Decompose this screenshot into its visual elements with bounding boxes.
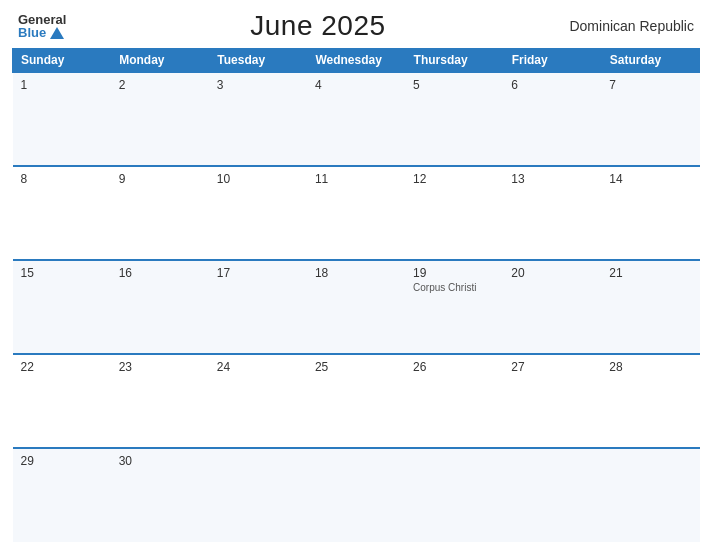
day-cell: 16 xyxy=(111,260,209,354)
week-row: 22232425262728 xyxy=(13,354,700,448)
day-cell xyxy=(503,448,601,542)
day-number: 18 xyxy=(315,266,397,280)
day-cell: 24 xyxy=(209,354,307,448)
calendar-table: SundayMondayTuesdayWednesdayThursdayFrid… xyxy=(12,48,700,542)
logo-blue-text: Blue xyxy=(18,26,66,39)
day-cell: 14 xyxy=(601,166,699,260)
day-number: 13 xyxy=(511,172,593,186)
day-cell: 25 xyxy=(307,354,405,448)
day-cell: 7 xyxy=(601,72,699,166)
week-row: 1234567 xyxy=(13,72,700,166)
day-cell: 1 xyxy=(13,72,111,166)
logo: General Blue xyxy=(18,13,66,39)
day-cell: 13 xyxy=(503,166,601,260)
day-number: 6 xyxy=(511,78,593,92)
day-number: 23 xyxy=(119,360,201,374)
week-row: 2930 xyxy=(13,448,700,542)
holiday-name: Corpus Christi xyxy=(413,282,495,293)
day-cell xyxy=(601,448,699,542)
day-header-tuesday: Tuesday xyxy=(209,49,307,73)
day-cell: 2 xyxy=(111,72,209,166)
day-cell: 23 xyxy=(111,354,209,448)
day-number: 11 xyxy=(315,172,397,186)
week-row: 891011121314 xyxy=(13,166,700,260)
day-number: 28 xyxy=(609,360,691,374)
country-label: Dominican Republic xyxy=(569,18,694,34)
days-header-row: SundayMondayTuesdayWednesdayThursdayFrid… xyxy=(13,49,700,73)
day-number: 9 xyxy=(119,172,201,186)
day-cell: 28 xyxy=(601,354,699,448)
day-header-thursday: Thursday xyxy=(405,49,503,73)
day-cell: 10 xyxy=(209,166,307,260)
day-number: 27 xyxy=(511,360,593,374)
page-header: General Blue June 2025 Dominican Republi… xyxy=(0,0,712,48)
day-number: 22 xyxy=(21,360,103,374)
day-cell: 22 xyxy=(13,354,111,448)
day-number: 26 xyxy=(413,360,495,374)
day-number: 16 xyxy=(119,266,201,280)
day-number: 17 xyxy=(217,266,299,280)
day-number: 4 xyxy=(315,78,397,92)
day-cell: 3 xyxy=(209,72,307,166)
day-header-saturday: Saturday xyxy=(601,49,699,73)
day-number: 7 xyxy=(609,78,691,92)
day-number: 14 xyxy=(609,172,691,186)
day-cell: 17 xyxy=(209,260,307,354)
calendar-title: June 2025 xyxy=(250,10,385,42)
day-number: 5 xyxy=(413,78,495,92)
day-cell: 9 xyxy=(111,166,209,260)
day-number: 2 xyxy=(119,78,201,92)
day-cell: 26 xyxy=(405,354,503,448)
day-cell: 4 xyxy=(307,72,405,166)
day-cell: 5 xyxy=(405,72,503,166)
day-number: 21 xyxy=(609,266,691,280)
day-number: 30 xyxy=(119,454,201,468)
day-cell: 21 xyxy=(601,260,699,354)
day-cell xyxy=(209,448,307,542)
day-cell: 20 xyxy=(503,260,601,354)
day-number: 24 xyxy=(217,360,299,374)
day-number: 25 xyxy=(315,360,397,374)
logo-triangle-icon xyxy=(50,27,64,39)
day-header-sunday: Sunday xyxy=(13,49,111,73)
day-cell: 15 xyxy=(13,260,111,354)
day-number: 15 xyxy=(21,266,103,280)
day-cell: 27 xyxy=(503,354,601,448)
day-cell: 19Corpus Christi xyxy=(405,260,503,354)
day-number: 8 xyxy=(21,172,103,186)
day-number: 29 xyxy=(21,454,103,468)
day-cell xyxy=(405,448,503,542)
day-number: 19 xyxy=(413,266,495,280)
day-cell: 6 xyxy=(503,72,601,166)
day-header-wednesday: Wednesday xyxy=(307,49,405,73)
day-header-friday: Friday xyxy=(503,49,601,73)
day-number: 20 xyxy=(511,266,593,280)
day-cell: 12 xyxy=(405,166,503,260)
day-cell: 8 xyxy=(13,166,111,260)
day-number: 3 xyxy=(217,78,299,92)
week-row: 1516171819Corpus Christi2021 xyxy=(13,260,700,354)
day-number: 10 xyxy=(217,172,299,186)
calendar-container: SundayMondayTuesdayWednesdayThursdayFrid… xyxy=(0,48,712,550)
day-cell: 18 xyxy=(307,260,405,354)
day-cell: 29 xyxy=(13,448,111,542)
day-header-monday: Monday xyxy=(111,49,209,73)
day-cell: 30 xyxy=(111,448,209,542)
day-cell xyxy=(307,448,405,542)
day-number: 1 xyxy=(21,78,103,92)
day-number: 12 xyxy=(413,172,495,186)
day-cell: 11 xyxy=(307,166,405,260)
